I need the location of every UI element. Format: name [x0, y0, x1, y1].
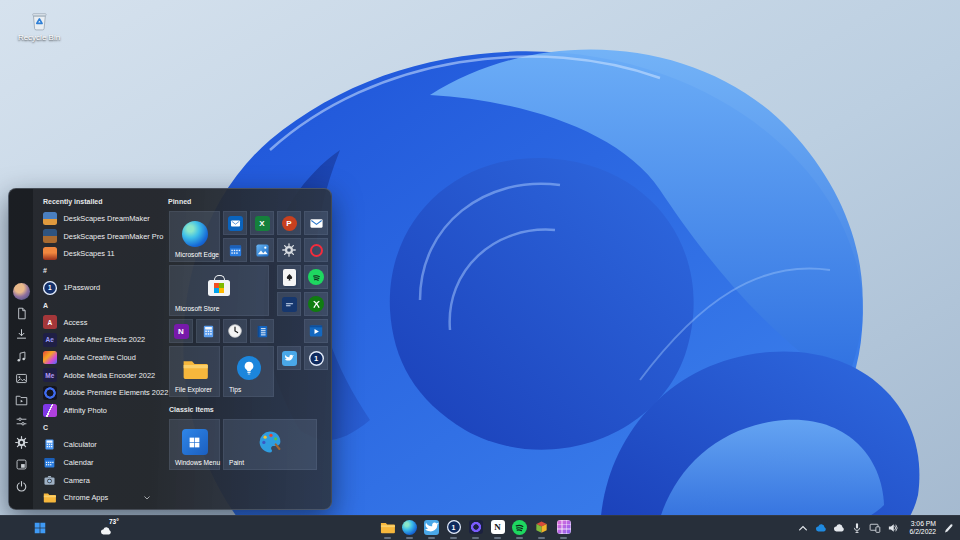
- desktop-icon-recycle-bin[interactable]: Recycle Bin: [10, 8, 68, 42]
- tile-calendar[interactable]: [223, 238, 247, 262]
- app-item-deskscapes-11[interactable]: DeskScapes 11: [33, 245, 163, 263]
- recycle-bin-icon: [28, 8, 50, 32]
- app-list: Recently installed DeskScapes DreamMaker…: [33, 193, 163, 507]
- chrome-apps-folder-icon: [43, 491, 57, 505]
- system-tray: 3:06 PM 6/2/2022: [796, 516, 954, 540]
- tile-windows-menu[interactable]: Windows Menu: [169, 419, 220, 470]
- tray-onedrive-button[interactable]: [814, 521, 827, 535]
- taskbar-icon-file-explorer[interactable]: [379, 519, 396, 536]
- tray-cloud-button[interactable]: [832, 521, 845, 535]
- tile-microsoft-edge[interactable]: Microsoft Edge: [169, 211, 220, 262]
- tile-msn[interactable]: [277, 292, 301, 316]
- app-item-camera[interactable]: Camera: [33, 471, 163, 489]
- tile-opera[interactable]: [304, 238, 328, 262]
- taskbar-icon-edge[interactable]: [401, 519, 418, 536]
- powerpoint-icon: P: [282, 216, 297, 231]
- rail-pictures-button[interactable]: [9, 367, 33, 389]
- start-button[interactable]: [33, 521, 47, 535]
- chevron-down-icon[interactable]: [143, 494, 151, 502]
- premiere-elements-icon: [43, 386, 57, 400]
- taskbar-icon-deskscapes[interactable]: [555, 519, 572, 536]
- edge-icon: [182, 221, 208, 247]
- taskbar-icon-cube-app[interactable]: [533, 519, 550, 536]
- journal-icon: [255, 324, 270, 339]
- tile-mail[interactable]: [304, 211, 328, 235]
- taskbar-icon-twitter[interactable]: [423, 519, 440, 536]
- deskscapes-11-icon: [43, 247, 57, 261]
- tile-photos[interactable]: [250, 238, 274, 262]
- rail-settings-button[interactable]: [9, 432, 33, 454]
- tray-cast-button[interactable]: [868, 521, 881, 535]
- windows-logo-icon: [33, 521, 47, 535]
- tile-alarms-clock[interactable]: [223, 319, 247, 343]
- tray-pen-button[interactable]: [941, 521, 954, 535]
- rail-downloads-button[interactable]: [9, 324, 33, 346]
- tile-spotify[interactable]: [304, 265, 328, 289]
- tile-powerpoint[interactable]: P: [277, 211, 301, 235]
- app-item-adobe-creative-cloud[interactable]: Adobe Creative Cloud: [33, 349, 163, 367]
- store-bag-icon: [208, 275, 230, 296]
- tile-solitaire[interactable]: [277, 265, 301, 289]
- tray-volume-button[interactable]: [886, 521, 899, 535]
- music-icon: [15, 350, 28, 363]
- tile-microsoft-store[interactable]: Microsoft Store: [169, 265, 269, 316]
- tips-bulb-icon: [237, 356, 261, 380]
- tile-file-explorer[interactable]: File Explorer: [169, 346, 220, 397]
- app-item-chrome-apps[interactable]: Chrome Apps: [33, 489, 163, 507]
- app-item-adobe-after-effects[interactable]: AeAdobe After Effects 2022: [33, 331, 163, 349]
- user-avatar-button[interactable]: [9, 281, 33, 303]
- tile-paint[interactable]: Paint: [223, 419, 317, 470]
- folder-icon: [380, 520, 395, 535]
- weather-cloud-icon: [98, 525, 114, 537]
- xbox-icon: [308, 296, 324, 312]
- rail-preferences-button[interactable]: [9, 411, 33, 433]
- document-icon: [15, 307, 28, 320]
- app-list-header-hash[interactable]: #: [33, 263, 163, 280]
- tile-outlook[interactable]: [223, 211, 247, 235]
- app-item-calendar[interactable]: Calendar: [33, 454, 163, 472]
- recycle-bin-label: Recycle Bin: [18, 33, 60, 42]
- app-item-access[interactable]: AAccess: [33, 313, 163, 331]
- rail-documents-button[interactable]: [9, 303, 33, 325]
- tray-microphone-button[interactable]: [850, 521, 863, 535]
- tile-1password[interactable]: 1: [304, 346, 328, 370]
- weather-widget[interactable]: 73°: [98, 518, 128, 538]
- 1password-icon: 1: [309, 351, 324, 366]
- taskbar-icon-spotify[interactable]: [511, 519, 528, 536]
- taskbar-icon-1password[interactable]: 1: [445, 519, 462, 536]
- deskscapes-grid-icon: [557, 520, 571, 534]
- rail-videos-button[interactable]: [9, 389, 33, 411]
- pinned-header: Pinned: [168, 198, 191, 205]
- after-effects-icon: Ae: [43, 333, 57, 347]
- app-list-header-a[interactable]: A: [33, 297, 163, 314]
- tile-xbox[interactable]: [304, 292, 328, 316]
- tile-tips[interactable]: Tips: [223, 346, 274, 397]
- taskbar-icon-app-purple-ring[interactable]: [467, 519, 484, 536]
- tile-movies-tv[interactable]: [304, 319, 328, 343]
- app-item-deskscapes-dreammaker-pro[interactable]: DeskScapes DreamMaker Pro: [33, 227, 163, 245]
- tile-settings[interactable]: [277, 238, 301, 262]
- tile-onenote[interactable]: N: [169, 319, 193, 343]
- tile-calculator[interactable]: [196, 319, 220, 343]
- rail-music-button[interactable]: [9, 346, 33, 368]
- taskbar-clock[interactable]: 3:06 PM 6/2/2022: [904, 520, 936, 536]
- app-item-adobe-premiere-elements[interactable]: Adobe Premiere Elements 2022: [33, 384, 163, 402]
- app-item-deskscapes-dreammaker[interactable]: DeskScapes DreamMaker: [33, 210, 163, 228]
- twitter-bird-icon: [282, 351, 297, 366]
- taskbar-icon-notion[interactable]: N: [489, 519, 506, 536]
- app-item-calculator[interactable]: Calculator: [33, 436, 163, 454]
- tray-overflow-button[interactable]: [796, 521, 809, 535]
- tile-twitter[interactable]: [277, 346, 301, 370]
- tile-excel[interactable]: X: [250, 211, 274, 235]
- creative-cloud-icon: [43, 351, 57, 365]
- rail-lock-button[interactable]: [9, 454, 33, 476]
- app-item-1password[interactable]: 11Password: [33, 279, 163, 297]
- pen-icon: [942, 522, 954, 534]
- rail-power-button[interactable]: [9, 475, 33, 497]
- solitaire-card-icon: [283, 269, 296, 286]
- power-icon: [15, 480, 28, 493]
- tile-journal[interactable]: [250, 319, 274, 343]
- app-item-adobe-media-encoder[interactable]: MeAdobe Media Encoder 2022: [33, 366, 163, 384]
- app-list-header-c[interactable]: C: [33, 419, 163, 436]
- app-item-affinity-photo[interactable]: Affinity Photo: [33, 402, 163, 420]
